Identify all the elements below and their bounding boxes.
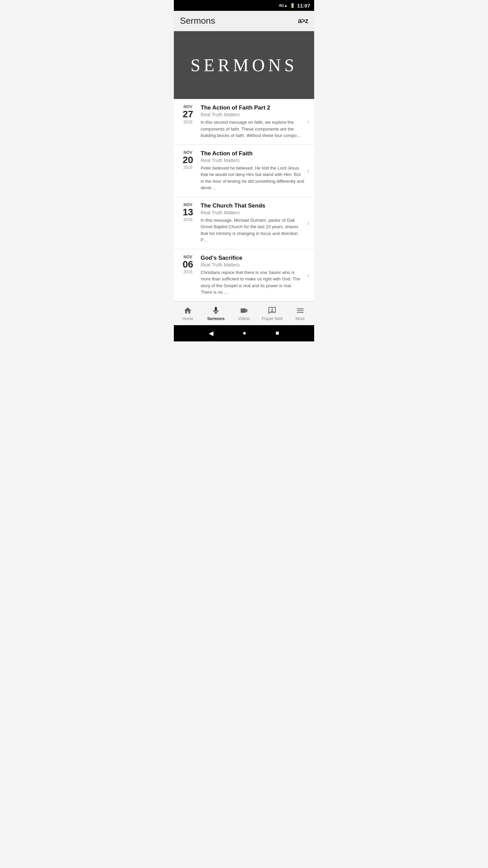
nav-item-videos[interactable]: Videos xyxy=(230,306,258,321)
mic-icon xyxy=(211,306,220,315)
sermon-content: The Action of Faith Part 2 Real Truth Ma… xyxy=(201,104,304,139)
sermon-title: God's Sacrifice xyxy=(201,255,304,261)
nav-item-sermons[interactable]: Sermons xyxy=(202,306,230,321)
sermon-month: NOV xyxy=(179,104,197,109)
page-title: Sermons xyxy=(180,16,215,26)
status-time: 11:07 xyxy=(297,3,310,8)
sermon-day: 13 xyxy=(179,207,197,218)
nav-label-sermons: Sermons xyxy=(207,316,225,321)
chevron-right-icon: › xyxy=(307,167,309,175)
sermon-list: NOV 27 2016 The Action of Faith Part 2 R… xyxy=(174,99,314,301)
banner-title: SERMONS xyxy=(190,55,298,75)
sermon-day: 27 xyxy=(179,109,197,120)
battery-icon: 🔋 xyxy=(290,3,295,8)
sermon-series: Real Truth Matters xyxy=(201,262,304,268)
network-signal: 4G▲ xyxy=(279,3,288,7)
bottom-navigation: Home Sermons Videos Prayer Wall More xyxy=(174,301,314,325)
sermon-date: NOV 06 2016 xyxy=(179,255,197,275)
sermon-item[interactable]: NOV 13 2016 The Church That Sends Real T… xyxy=(174,197,314,249)
sermon-date: NOV 27 2016 xyxy=(179,104,197,124)
sermons-banner: SERMONS xyxy=(174,31,314,99)
az-sort-button[interactable]: a>z xyxy=(298,17,308,25)
sermon-year: 2016 xyxy=(179,165,197,170)
sermon-content: The Action of Faith Real Truth Matters P… xyxy=(201,150,304,191)
sermon-month: NOV xyxy=(179,202,197,207)
chevron-right-icon: › xyxy=(307,271,309,279)
sermon-item[interactable]: NOV 06 2016 God's Sacrifice Real Truth M… xyxy=(174,249,314,301)
status-bar: 4G▲ 🔋 11:07 xyxy=(174,0,314,11)
sermon-item[interactable]: NOV 27 2016 The Action of Faith Part 2 R… xyxy=(174,99,314,145)
home-icon xyxy=(183,306,192,315)
nav-item-more[interactable]: More xyxy=(286,306,314,321)
sermon-title: The Action of Faith xyxy=(201,150,304,157)
prayer-icon xyxy=(268,306,277,315)
android-navigation: ◀ ● ■ xyxy=(174,325,314,341)
sermon-day: 06 xyxy=(179,259,197,270)
sermon-description: In this message, Michael Durham, pastor … xyxy=(201,217,304,243)
sermon-date: NOV 13 2016 xyxy=(179,202,197,222)
sermon-series: Real Truth Matters xyxy=(201,158,304,163)
chevron-right-icon: › xyxy=(307,118,309,125)
android-back-button[interactable]: ◀ xyxy=(209,330,214,337)
sermon-title: The Church That Sends xyxy=(201,202,304,209)
nav-label-home: Home xyxy=(182,316,193,321)
sermon-description: Peter believed he believed. He told the … xyxy=(201,165,304,191)
sermon-year: 2016 xyxy=(179,270,197,274)
sermon-title: The Action of Faith Part 2 xyxy=(201,104,304,111)
sermon-year: 2016 xyxy=(179,217,197,222)
sermon-year: 2016 xyxy=(179,120,197,124)
sermon-month: NOV xyxy=(179,150,197,155)
nav-item-home[interactable]: Home xyxy=(174,306,202,321)
sermon-day: 20 xyxy=(179,155,197,165)
chevron-right-icon: › xyxy=(307,219,309,227)
sermon-month: NOV xyxy=(179,255,197,259)
nav-item-prayer-wall[interactable]: Prayer Wall xyxy=(258,306,286,321)
android-home-button[interactable]: ● xyxy=(243,330,246,337)
sermon-content: God's Sacrifice Real Truth Matters Chris… xyxy=(201,255,304,296)
nav-label-more: More xyxy=(296,316,305,321)
sermon-date: NOV 20 2016 xyxy=(179,150,197,170)
nav-label-videos: Videos xyxy=(238,316,250,321)
android-recent-button[interactable]: ■ xyxy=(276,330,279,337)
sermon-series: Real Truth Matters xyxy=(201,112,304,117)
menu-icon xyxy=(296,306,305,315)
sermon-series: Real Truth Matters xyxy=(201,210,304,215)
video-icon xyxy=(240,306,248,315)
sermon-content: The Church That Sends Real Truth Matters… xyxy=(201,202,304,243)
nav-label-prayer: Prayer Wall xyxy=(262,316,283,321)
sermon-description: Christians rejoice that there is one Sav… xyxy=(201,269,304,296)
app-header: Sermons a>z xyxy=(174,11,314,31)
sermon-description: In this second message on faith, we expl… xyxy=(201,119,304,139)
sermon-item[interactable]: NOV 20 2016 The Action of Faith Real Tru… xyxy=(174,145,314,197)
